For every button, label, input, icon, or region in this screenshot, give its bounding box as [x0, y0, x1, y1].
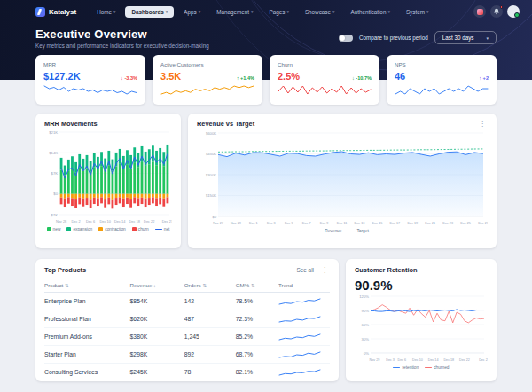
cell-trend — [278, 293, 330, 310]
kpi-delta-badge: ↑ +1.4% — [237, 75, 254, 81]
trend-sparkline — [278, 368, 321, 377]
legend-item-contraction[interactable]: contraction — [98, 227, 125, 231]
chevron-down-icon: ▾ — [251, 9, 254, 14]
nav-item-dashboards[interactable]: Dashboards▾ — [125, 6, 174, 18]
chevron-down-icon: ▾ — [486, 35, 489, 41]
nav-item-authentication[interactable]: Authentication▾ — [344, 6, 395, 18]
nav-item-home[interactable]: Home▾ — [90, 6, 121, 18]
sort-icon: ↓ — [153, 283, 156, 288]
legend-swatch — [47, 227, 51, 231]
nav-item-showcase[interactable]: Showcase▾ — [299, 6, 341, 18]
table-row[interactable]: Consulting Services $245K 78 82.1% — [44, 364, 330, 381]
notification-badge — [500, 5, 504, 9]
svg-text:$14K: $14K — [49, 151, 58, 155]
kpi-sparkline — [43, 84, 137, 96]
svg-text:Nov 29: Nov 29 — [231, 222, 241, 225]
header-controls: Compare to previous period Last 30 days … — [339, 31, 497, 44]
svg-text:Dec 6: Dec 6 — [397, 358, 406, 362]
trend-sparkline — [278, 333, 321, 341]
nav-item-apps[interactable]: Apps▾ — [177, 6, 207, 18]
kpi-sparkline — [278, 84, 372, 96]
kebab-menu-icon[interactable]: ⋮ — [477, 121, 488, 128]
chevron-down-icon: ▾ — [286, 9, 289, 14]
kpi-card-mrr[interactable]: MRR $127.2K ↓ -3.3% — [35, 55, 145, 105]
revenue-legend: Revenue Target — [197, 229, 488, 233]
table-row[interactable]: Starter Plan $298K 892 68.7% — [44, 346, 330, 364]
svg-text:Dec 22: Dec 22 — [459, 358, 470, 362]
svg-text:Dec 9: Dec 9 — [320, 222, 329, 225]
svg-text:Dec 15: Dec 15 — [372, 222, 383, 225]
svg-text:Dec 3: Dec 3 — [267, 222, 276, 225]
table-row[interactable]: Premium Add-ons $380K 1,245 85.2% — [44, 328, 330, 346]
mrr-movements-chart: $21K$14K$7K$0-$7KNov 28Dec 2Dec 6Dec 10D… — [44, 128, 172, 225]
legend-item-net[interactable]: net — [155, 227, 170, 231]
legend-item-churned[interactable]: churned — [425, 365, 449, 370]
kpi-delta-badge: ↑ +2 — [479, 75, 489, 81]
nav-item-management[interactable]: Management▾ — [210, 6, 259, 18]
svg-text:Dec 27: Dec 27 — [479, 358, 488, 362]
svg-text:60%: 60% — [362, 323, 370, 327]
column-header-trend[interactable]: Trend — [278, 279, 330, 293]
column-header-revenue[interactable]: Revenue ↓ — [130, 279, 184, 293]
kpi-card-active-customers[interactable]: Active Customers 3.5K ↑ +1.4% — [153, 55, 262, 105]
cell-orders: 78 — [184, 364, 236, 381]
column-header-orders[interactable]: Orders ⇅ — [184, 279, 236, 293]
svg-text:Dec 17: Dec 17 — [389, 222, 400, 225]
cell-gm: 68.7% — [236, 346, 278, 364]
svg-text:Dec 7: Dec 7 — [302, 222, 311, 225]
legend-item-revenue[interactable]: Revenue — [316, 229, 341, 233]
kpi-card-nps[interactable]: NPS 46 ↑ +2 — [387, 55, 497, 105]
svg-text:Dec 14: Dec 14 — [428, 358, 439, 362]
kpi-delta-badge: ↓ -3.3% — [121, 75, 137, 81]
kpi-label: Churn — [278, 61, 372, 67]
column-header-product[interactable]: Product ⇅ — [44, 279, 130, 293]
compare-toggle[interactable] — [339, 35, 353, 42]
svg-text:$21K: $21K — [49, 130, 58, 135]
svg-text:Dec 10: Dec 10 — [412, 358, 423, 362]
svg-text:Nov 27: Nov 27 — [213, 222, 223, 225]
nav-item-pages[interactable]: Pages▾ — [263, 6, 295, 18]
legend-item-target[interactable]: Target — [348, 229, 368, 233]
kebab-menu-icon[interactable]: ⋮ — [319, 267, 330, 274]
cell-revenue: $298K — [130, 346, 184, 364]
flag-icon — [477, 9, 483, 15]
svg-text:Dec 14: Dec 14 — [114, 219, 126, 223]
svg-text:Dec 2: Dec 2 — [72, 219, 81, 223]
legend-item-churn[interactable]: churn — [132, 227, 149, 231]
svg-text:Dec 3: Dec 3 — [386, 358, 395, 362]
page-header: Executive Overview Key metrics and perfo… — [0, 23, 532, 49]
legend-item-retention[interactable]: retention — [393, 365, 419, 370]
sort-icon: ⇅ — [65, 283, 69, 288]
legend-item-new[interactable]: new — [47, 227, 61, 231]
brand-logo[interactable]: Katalyst — [35, 7, 76, 17]
svg-text:$300K: $300K — [206, 173, 216, 177]
svg-text:Dec 13: Dec 13 — [355, 222, 365, 225]
legend-item-expansion[interactable]: expansion — [66, 227, 92, 231]
table-row[interactable]: Professional Plan $620K 487 72.3% — [44, 310, 330, 328]
svg-text:$0: $0 — [53, 192, 58, 196]
legend-line-swatch — [425, 367, 432, 369]
kpi-label: MRR — [43, 61, 137, 67]
legend-swatch — [98, 227, 103, 231]
legend-line-swatch — [316, 231, 323, 232]
notifications-button[interactable] — [490, 5, 503, 18]
user-avatar[interactable] — [507, 5, 520, 18]
chart-title: Customer Retention — [355, 266, 488, 274]
column-header-gm[interactable]: GM% ⇅ — [236, 279, 278, 293]
nav-item-system[interactable]: System▾ — [400, 6, 435, 18]
chart-title: Revenue vs Target — [197, 120, 254, 128]
language-flag-button[interactable] — [473, 5, 486, 18]
cell-trend — [278, 346, 330, 364]
kpi-value: $127.2K — [43, 71, 81, 82]
legend-line-swatch — [393, 367, 400, 369]
kpi-card-churn[interactable]: Churn 2.5% ↓ -10.7% — [270, 55, 379, 105]
cell-gm: 78.5% — [236, 293, 278, 310]
kpi-value: 2.5% — [278, 71, 300, 82]
period-select[interactable]: Last 30 days ▾ — [434, 31, 497, 44]
table-row[interactable]: Enterprise Plan $854K 142 78.5% — [44, 293, 330, 310]
svg-text:Dec 10: Dec 10 — [100, 219, 112, 223]
table-title: Top Products — [44, 266, 86, 274]
cell-product: Consulting Services — [44, 364, 130, 381]
svg-text:90%: 90% — [362, 309, 370, 313]
see-all-link[interactable]: See all — [296, 267, 314, 273]
